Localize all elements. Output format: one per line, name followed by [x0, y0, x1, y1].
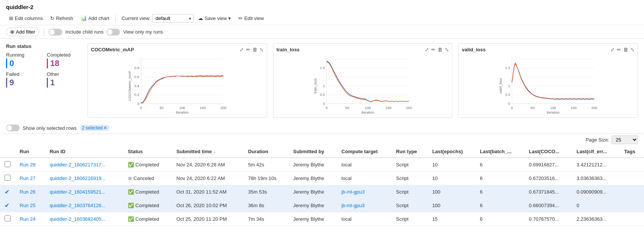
svg-text:valid_loss: valid_loss: [499, 78, 503, 94]
table-row: ✔Run 26quiddler-2_1604159521...✅ Complet…: [0, 185, 644, 199]
page-size-select[interactable]: 25 50 100: [612, 135, 638, 144]
svg-text:150: 150: [200, 106, 206, 110]
chart-validloss-edit-icon[interactable]: ✏: [617, 47, 621, 52]
run-id-link[interactable]: quiddler-2_1603764126...: [49, 203, 105, 208]
chart-validloss-expand-icon[interactable]: ⤡: [630, 47, 635, 52]
compute-target-link[interactable]: jb-ml-gpu3: [341, 189, 364, 195]
chart-validloss-header: valid_loss ⤢ ✏ 🗑 ⤡: [462, 47, 635, 52]
run-type-cell: Script: [392, 199, 428, 212]
chart-validloss-delete-icon[interactable]: 🗑: [623, 47, 628, 52]
status-completed: Completed 18: [47, 52, 81, 68]
svg-text:0.5: 0.5: [505, 92, 510, 97]
last-coco-cell: 0.66007394...: [524, 199, 572, 212]
last-coco-cell: 0.70767570...: [524, 212, 572, 226]
compute-target-cell: jb-ml-gpu3: [337, 185, 392, 199]
app-title: quiddler-2: [0, 0, 644, 12]
submitted-by-cell: Jeremy Blythe: [289, 158, 337, 172]
svg-text:0: 0: [326, 106, 327, 110]
last-batch-cell: 6: [475, 172, 524, 185]
close-badge-icon[interactable]: ✕: [103, 125, 107, 131]
run-id-link[interactable]: quiddler-2_1606217317...: [49, 162, 105, 168]
row-checked-icon[interactable]: ✔: [5, 202, 9, 209]
last-clf-cell: 0: [572, 199, 619, 212]
svg-text:1: 1: [323, 84, 325, 88]
row-checkbox[interactable]: [5, 215, 11, 221]
chart-trainloss-edit-icon[interactable]: ✏: [431, 47, 435, 52]
selected-rows-bar: Show only selected rows 2 selected ✕: [0, 122, 644, 134]
col-submitted-time[interactable]: Submitted time ↓: [172, 146, 244, 158]
last-coco-cell: 0.67203516...: [524, 172, 572, 185]
svg-text:50: 50: [345, 106, 349, 110]
view-only-my-runs-toggle[interactable]: [106, 29, 120, 35]
show-only-selected-toggle[interactable]: [6, 125, 20, 131]
edit-columns-button[interactable]: ⊞ Edit columns: [6, 14, 46, 23]
svg-text:50: 50: [160, 106, 163, 110]
edit-view-button[interactable]: ✏ Edit view: [235, 14, 267, 23]
chart-trainloss-title: train_loss: [277, 47, 300, 52]
add-chart-button[interactable]: 📊 Add chart: [78, 14, 112, 23]
svg-text:Iteration: Iteration: [176, 110, 189, 114]
run-id-link[interactable]: quiddler-2_1603682405...: [49, 216, 105, 222]
table-row: Run 27quiddler-2_1606216919...⊗ Canceled…: [0, 172, 644, 185]
run-id-link[interactable]: quiddler-2_1604159521...: [49, 189, 105, 195]
add-filter-icon: ⊕: [10, 29, 14, 35]
save-view-button[interactable]: ☁ Save view ▾: [195, 14, 234, 23]
chart-edit-icon[interactable]: ✏: [246, 47, 250, 52]
svg-text:100: 100: [179, 106, 185, 110]
status-completed-label: Completed: [47, 52, 81, 58]
view-select[interactable]: default: [152, 14, 194, 23]
add-filter-button[interactable]: ⊕ Add filter: [6, 28, 39, 36]
chart-validloss-zoom-icon[interactable]: ⤢: [610, 47, 615, 52]
row-checked-icon[interactable]: ✔: [5, 189, 9, 195]
compute-target-link[interactable]: jb-ml-gpu3: [341, 203, 364, 208]
run-link[interactable]: Run 27: [20, 175, 35, 181]
chart-trainloss: train_loss ⤢ ✏ 🗑 ⤡ 0 50 100 150: [273, 43, 453, 118]
chart-delete-icon[interactable]: 🗑: [252, 47, 257, 52]
chart-trainloss-delete-icon[interactable]: 🗑: [438, 47, 443, 52]
row-checkbox[interactable]: [5, 161, 11, 167]
chart-trainloss-zoom-icon[interactable]: ⤢: [425, 47, 429, 52]
svg-text:COCOMetric_mAP: COCOMetric_mAP: [128, 71, 132, 101]
duration-cell: 5m 42s: [244, 158, 289, 172]
add-chart-icon: 📊: [81, 15, 87, 21]
svg-text:Iteration: Iteration: [361, 110, 374, 114]
svg-text:0.6: 0.6: [134, 75, 139, 79]
svg-text:50: 50: [531, 106, 535, 110]
svg-text:0.2: 0.2: [134, 92, 139, 97]
tags-cell: [620, 185, 644, 199]
svg-text:train_loss: train_loss: [313, 78, 317, 94]
svg-text:0.5: 0.5: [320, 92, 325, 97]
run-link[interactable]: Run 28: [20, 162, 35, 168]
compute-target-cell: local: [337, 212, 392, 226]
svg-text:1.5: 1.5: [505, 66, 510, 70]
charts-area: COCOMetric_mAP ⤢ ✏ 🗑 ⤡ 0 50: [88, 43, 638, 118]
include-child-runs-label: Include child runs: [65, 29, 103, 35]
run-id-link[interactable]: quiddler-2_1606216919...: [49, 175, 105, 181]
run-link[interactable]: Run 26: [20, 189, 35, 195]
run-link[interactable]: Run 25: [20, 203, 35, 208]
run-type-cell: Script: [392, 212, 428, 226]
include-child-runs-toggle[interactable]: [49, 29, 62, 35]
edit-columns-icon: ⊞: [9, 15, 13, 21]
svg-text:150: 150: [571, 106, 577, 110]
view-select-wrapper: default: [152, 14, 194, 23]
duration-cell: 7m 34s: [244, 212, 289, 226]
last-coco-cell: 0.67371845...: [524, 185, 572, 199]
status-cell: ⊗ Canceled: [128, 175, 168, 181]
chart-expand-icon[interactable]: ⤡: [260, 47, 264, 52]
last-batch-cell: 6: [475, 185, 524, 199]
chart-trainloss-expand-icon[interactable]: ⤡: [445, 47, 449, 52]
run-link[interactable]: Run 24: [20, 216, 35, 222]
svg-text:200: 200: [406, 106, 412, 110]
canceled-icon: ⊗: [128, 175, 132, 181]
col-last-epochs: Last(epochs): [428, 146, 475, 158]
tags-cell: [620, 199, 644, 212]
status-failed-value: 9: [6, 78, 41, 88]
col-last-batch: Last(batch_...: [475, 146, 524, 158]
chart-trainloss-icons: ⤢ ✏ 🗑 ⤡: [425, 47, 449, 52]
refresh-button[interactable]: ↻ Refresh: [47, 14, 76, 23]
selected-count-badge: 2 selected ✕: [80, 125, 109, 131]
row-checkbox[interactable]: [5, 175, 11, 181]
submitted-by-cell: Jeremy Blythe: [289, 185, 337, 199]
chart-zoom-icon[interactable]: ⤢: [240, 47, 244, 52]
